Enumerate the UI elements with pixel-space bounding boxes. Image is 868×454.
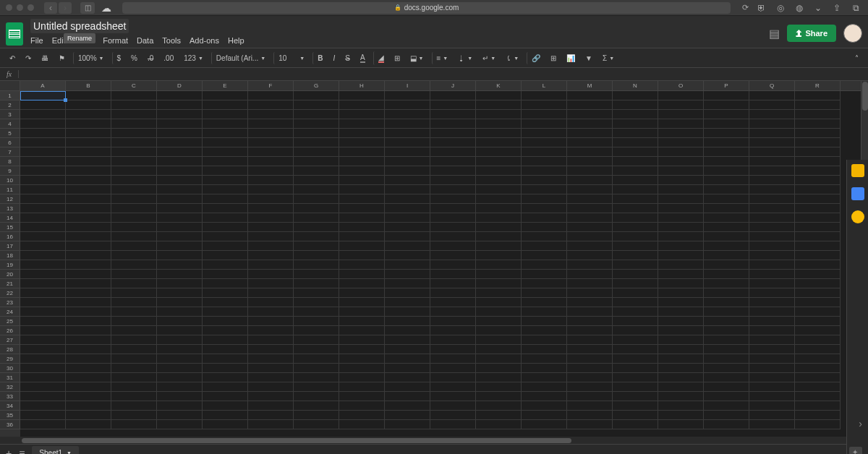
cell[interactable] [111,411,157,420]
cell[interactable] [795,326,841,335]
cell[interactable] [294,270,339,279]
cell[interactable] [157,317,203,326]
cell[interactable] [66,194,111,204]
cell[interactable] [20,157,66,166]
cell[interactable] [157,260,203,270]
cell[interactable] [704,147,749,157]
cell[interactable] [430,241,476,251]
cell[interactable] [111,232,157,241]
cell[interactable] [294,298,339,307]
cell[interactable] [203,147,248,157]
cell[interactable] [613,420,658,429]
cell[interactable] [476,326,522,335]
row-header-2[interactable]: 2 [0,100,20,110]
cell[interactable] [111,260,157,270]
cell[interactable] [613,119,658,129]
cell[interactable] [795,204,841,213]
wrap-dropdown[interactable]: ↵▼ [479,52,499,64]
cell[interactable] [476,317,522,326]
cell[interactable] [294,232,339,241]
v-align-dropdown[interactable]: ⭭▼ [454,52,476,64]
cell[interactable] [704,279,749,288]
sheets-logo-icon[interactable] [6,22,23,46]
cell[interactable] [567,260,613,270]
col-header-i[interactable]: I [385,81,430,90]
cell[interactable] [66,185,111,194]
sidebar-toggle-icon[interactable]: ◫ [80,2,95,14]
cell[interactable] [385,335,430,345]
cell[interactable] [157,411,203,420]
cell[interactable] [613,288,658,298]
cell[interactable] [658,298,704,307]
cell[interactable] [20,298,66,307]
cell[interactable] [567,420,613,429]
calendar-icon[interactable] [851,164,864,177]
cell[interactable] [430,382,476,392]
cell[interactable] [613,166,658,176]
cell[interactable] [567,251,613,260]
all-sheets-button[interactable]: ≡ [19,447,25,455]
cell[interactable] [339,251,385,260]
share-button[interactable]: Share [787,25,836,42]
cell[interactable] [704,223,749,232]
cell[interactable] [476,232,522,241]
cell[interactable] [704,382,749,392]
cell[interactable] [567,176,613,185]
cell[interactable] [749,401,795,411]
cell[interactable] [476,345,522,354]
undo-button[interactable]: ↶ [6,52,19,64]
cell[interactable] [66,392,111,401]
cell[interactable] [522,392,567,401]
cell[interactable] [795,260,841,270]
cell[interactable] [248,157,294,166]
cell[interactable] [567,382,613,392]
col-header-f[interactable]: F [248,81,294,90]
redo-button[interactable]: ↷ [22,52,35,64]
cell[interactable] [157,354,203,364]
cell[interactable] [385,204,430,213]
cell[interactable] [658,241,704,251]
cell[interactable] [294,317,339,326]
cell[interactable] [613,382,658,392]
cell[interactable] [476,270,522,279]
cell[interactable] [294,129,339,138]
cell[interactable] [294,110,339,119]
cell[interactable] [476,223,522,232]
cell[interactable] [658,157,704,166]
cell[interactable] [430,345,476,354]
cell[interactable] [704,185,749,194]
cell[interactable] [749,204,795,213]
cloud-icon[interactable]: ☁ [99,2,114,14]
cell[interactable] [20,392,66,401]
cell[interactable] [795,100,841,110]
strikethrough-button[interactable]: S [341,52,354,64]
cell[interactable] [66,91,111,100]
cell[interactable] [20,232,66,241]
cell[interactable] [294,213,339,223]
cell[interactable] [111,354,157,364]
cell[interactable] [339,194,385,204]
cell[interactable] [795,345,841,354]
cell[interactable] [567,232,613,241]
cell[interactable] [203,213,248,223]
cell[interactable] [522,213,567,223]
cell[interactable] [339,91,385,100]
cell[interactable] [385,129,430,138]
row-header-5[interactable]: 5 [0,129,20,138]
cell[interactable] [430,392,476,401]
cell[interactable] [385,364,430,373]
cell[interactable] [203,420,248,429]
cell[interactable] [20,223,66,232]
col-header-h[interactable]: H [339,81,385,90]
cell[interactable] [157,213,203,223]
cell[interactable] [66,335,111,345]
row-header-28[interactable]: 28 [0,345,20,354]
cell[interactable] [749,138,795,147]
collapse-toolbar-button[interactable]: ˄ [851,52,862,64]
cell[interactable] [111,194,157,204]
cell[interactable] [704,176,749,185]
cell[interactable] [567,307,613,317]
cell[interactable] [567,279,613,288]
cell[interactable] [20,213,66,223]
cell[interactable] [248,270,294,279]
